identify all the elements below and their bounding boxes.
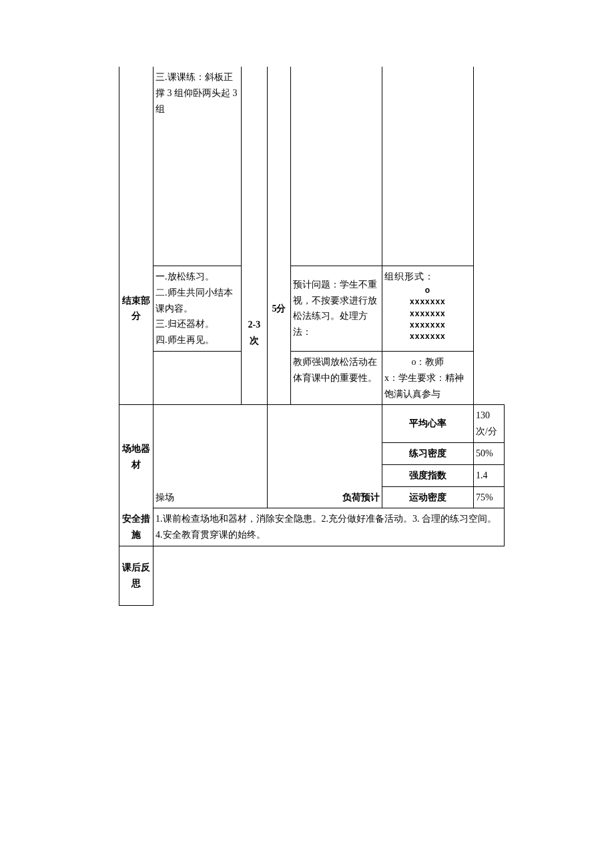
row1-content: 三.课课练：斜板正撑 3 组仰卧两头起 3 组 [154,67,242,266]
metric-0-value: 130 次/分 [473,405,504,443]
metric-2-value: 1.4 [473,464,504,486]
row1-count-blank [241,67,267,266]
legend-student: x：学生要求：精神饱满认真参与 [384,370,471,402]
conclusion-item-3: 三.归还器材。 [156,316,239,332]
metric-2-label: 强度指数 [382,464,473,486]
row1-org-blank [382,67,473,266]
safety-value: 1.课前检查场地和器材，消除安全隐患。2.充分做好准备活动。3. 合理的练习空间… [154,508,505,546]
venue-label: 场地器材 [119,405,154,508]
conclusion-label: 结束部分 [119,266,154,352]
metric-0-label: 平均心率 [382,405,473,443]
metric-3-value: 75% [473,486,504,508]
load-label: 负荷预计 [267,405,382,508]
org-row-3: xxxxxxx [384,320,471,331]
conclusion-content: 一.放松练习。 二.师生共同小结本课内容。 三.归还器材。 四.师生再见。 [154,266,242,352]
conclusion-predicted: 预计问题：学生不重视，不按要求进行放松法练习。处理方法： [290,266,382,352]
conclusion-organization: 组织形式： o xxxxxxx xxxxxxx xxxxxxx xxxxxxx [382,266,473,352]
conclusion-item-2: 二.师生共同小结本课内容。 [156,285,239,317]
org-row-2: xxxxxxx [384,308,471,320]
conclusion-time: 5分 [267,266,290,352]
legend-teacher: o：教师 [384,354,471,370]
venue-value: 操场 [154,405,268,508]
row3-content-blank [154,351,242,404]
org-row-1: xxxxxxx [384,296,471,308]
org-row-4: xxxxxxx [384,331,471,342]
safety-label: 安全措施 [119,508,154,546]
row3-time-blank [267,351,290,404]
row3-label-blank [119,351,154,404]
row1-label-blank [119,67,154,266]
lesson-plan-table: 三.课课练：斜板正撑 3 组仰卧两头起 3 组 结束部分 一.放松练习。 二.师… [119,67,505,606]
reflection-value [154,546,505,605]
conclusion-item-1: 一.放松练习。 [156,269,239,285]
conclusion-item-4: 四.师生再见。 [156,332,239,348]
org-title: 组织形式： [384,269,471,285]
metric-1-value: 50% [473,442,504,464]
row3-legend: o：教师 x：学生要求：精神饱满认真参与 [382,351,473,404]
row3-count-blank [241,351,267,404]
reflection-label: 课后反思 [119,546,154,605]
metric-3-label: 运动密度 [382,486,473,508]
row1-predicted-blank [290,67,382,266]
metric-1-label: 练习密度 [382,442,473,464]
org-teacher-mark: o [384,285,471,296]
conclusion-count: 2-3次 [241,266,267,352]
row3-teacher-note: 教师强调放松活动在体育课中的重要性。 [290,351,382,404]
row1-time-blank [267,67,290,266]
